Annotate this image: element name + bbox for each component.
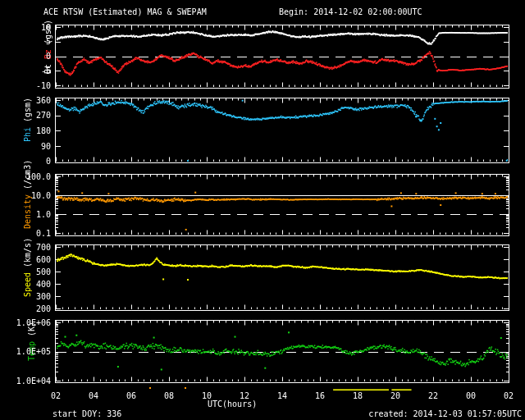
y-tick-label: 270 bbox=[0, 110, 51, 121]
x-tick-label: 00 bbox=[454, 390, 487, 401]
y-tick-label: 300 bbox=[0, 291, 51, 302]
y-tick-label: 600 bbox=[0, 254, 51, 265]
y-tick-label: 1.0 bbox=[0, 209, 51, 220]
x-tick-label: 20 bbox=[379, 390, 412, 401]
y-tick-label: 0 bbox=[0, 51, 51, 62]
begin-timestamp: Begin: 2014-12-02 02:00:00UTC bbox=[279, 7, 422, 17]
y-tick-label: 400 bbox=[0, 279, 51, 290]
x-tick-label: 06 bbox=[115, 390, 148, 401]
y-tick-label: 100.0 bbox=[0, 171, 51, 182]
y-tick-label: -10 bbox=[0, 80, 51, 91]
y-tick-label: 500 bbox=[0, 267, 51, 277]
plot-canvas bbox=[0, 0, 525, 420]
y-tick-label: 1.0E+04 bbox=[0, 376, 51, 386]
created-timestamp: created: 2014-12-03 01:57:05UTC bbox=[368, 409, 522, 419]
ace-rtsw-plot-screen: ACE RTSW (Estimated) MAG & SWEPAM Begin:… bbox=[0, 0, 525, 420]
y-tick-label: 180 bbox=[0, 126, 51, 136]
y-tick-label: 10.0 bbox=[0, 190, 51, 201]
y-tick-label: 0.1 bbox=[0, 228, 51, 239]
x-tick-label: 02 bbox=[492, 390, 525, 401]
y-tick-label: 200 bbox=[0, 304, 51, 314]
x-tick-label: 14 bbox=[266, 390, 299, 401]
x-tick-label: 02 bbox=[39, 390, 72, 401]
y-tick-label: 5 bbox=[0, 36, 51, 47]
x-tick-label: 22 bbox=[417, 390, 450, 401]
x-tick-label: 08 bbox=[153, 390, 185, 401]
x-tick-label: 18 bbox=[341, 390, 374, 401]
page-title: ACE RTSW (Estimated) MAG & SWEPAM bbox=[43, 7, 207, 17]
y-tick-label: 700 bbox=[0, 242, 51, 253]
y-tick-label: 0 bbox=[0, 156, 51, 167]
y-tick-label: 360 bbox=[0, 95, 51, 106]
y-tick-label: 1.0E+05 bbox=[0, 346, 51, 357]
y-tick-label: 90 bbox=[0, 141, 51, 152]
y-tick-label: 10 bbox=[0, 22, 51, 33]
x-tick-label: 04 bbox=[77, 390, 110, 401]
start-doy-label: start DOY: 336 bbox=[52, 409, 121, 419]
y-tick-label: -5 bbox=[0, 66, 51, 76]
y-tick-label: 1.0E+06 bbox=[0, 317, 51, 328]
x-tick-label: 16 bbox=[304, 390, 336, 401]
caution-note: caution:ACE maneuverdensity < 1 bbox=[189, 409, 381, 420]
